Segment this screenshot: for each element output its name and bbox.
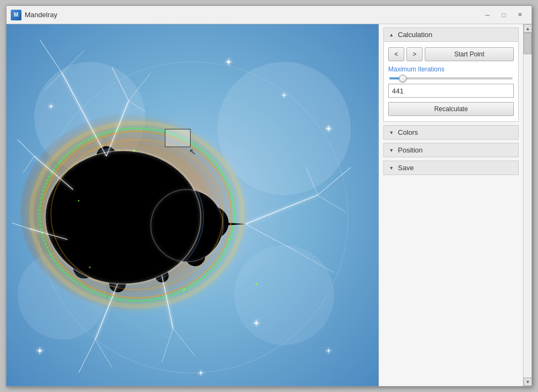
svg-point-79 [89, 266, 91, 268]
iteration-value-input[interactable] [388, 84, 514, 98]
svg-point-8 [234, 245, 334, 345]
position-section-header[interactable]: ▼ Position [383, 143, 519, 157]
slider-track [389, 77, 513, 79]
scrollbar-thumb-area [524, 33, 532, 378]
scroll-down-button[interactable]: ▼ [524, 378, 532, 386]
iterations-slider[interactable] [388, 77, 514, 79]
title-bar: M Mandelray ─ □ ✕ [6, 6, 532, 24]
calculation-section-body: < > Start Point Maximum Iterations [383, 42, 519, 122]
svg-point-78 [255, 283, 257, 285]
colors-section-title: Colors [398, 128, 418, 136]
save-section-header[interactable]: ▼ Save [383, 161, 519, 175]
calculation-toggle-icon: ▲ [388, 32, 395, 38]
maximize-button[interactable]: □ [496, 9, 511, 21]
max-iterations-label: Maximum Iterations [388, 66, 514, 73]
minimize-button[interactable]: ─ [480, 9, 495, 21]
start-point-button[interactable]: Start Point [425, 47, 514, 61]
scrollbar-thumb[interactable] [524, 33, 532, 54]
scroll-up-button[interactable]: ▲ [524, 24, 532, 33]
save-section-title: Save [398, 164, 414, 172]
svg-point-19 [61, 177, 85, 202]
svg-point-76 [183, 288, 185, 291]
window-controls: ─ □ ✕ [480, 9, 527, 21]
app-title: Mandelray [25, 11, 480, 19]
close-button[interactable]: ✕ [512, 9, 527, 21]
window-body: ↖ ▲ Calculation < > Start Point [6, 24, 532, 386]
colors-toggle-icon: ▼ [388, 129, 395, 136]
calculation-section-header[interactable]: ▲ Calculation [383, 27, 519, 42]
scrollbar[interactable]: ▲ ▼ [523, 24, 532, 386]
fractal-canvas [6, 24, 379, 386]
position-toggle-icon: ▼ [388, 147, 395, 154]
panel-content: ▲ Calculation < > Start Point Maximum It… [379, 24, 532, 386]
main-window: M Mandelray ─ □ ✕ [6, 5, 532, 387]
nav-row: < > Start Point [388, 47, 514, 61]
position-section: ▼ Position [383, 143, 519, 157]
fractal-viewport[interactable]: ↖ [6, 24, 379, 386]
colors-section-header[interactable]: ▼ Colors [383, 125, 519, 140]
save-section: ▼ Save [383, 161, 519, 175]
svg-point-75 [78, 200, 79, 201]
save-toggle-icon: ▼ [388, 165, 395, 171]
prev-button[interactable]: < [388, 47, 404, 61]
calculation-section: ▲ Calculation < > Start Point Maximum It… [383, 27, 519, 122]
slider-thumb[interactable] [399, 75, 406, 82]
position-section-title: Position [398, 146, 423, 154]
app-icon: M [11, 10, 21, 20]
right-panel: ▲ Calculation < > Start Point Maximum It… [379, 24, 532, 386]
recalculate-button[interactable]: Recalculate [388, 102, 514, 116]
colors-section: ▼ Colors [383, 125, 519, 140]
next-button[interactable]: > [406, 47, 423, 61]
calculation-section-title: Calculation [398, 31, 432, 39]
